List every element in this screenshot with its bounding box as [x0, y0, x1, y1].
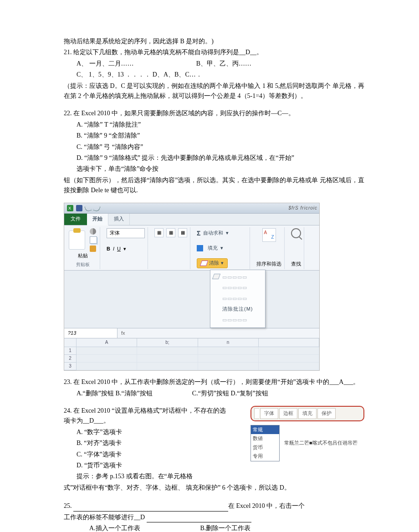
col-header-b[interactable]: b;: [137, 338, 198, 347]
col-header-d[interactable]: [259, 338, 319, 347]
cell[interactable]: [137, 347, 198, 355]
excel-screenshot: $frS fricroic 文件 开始 插入 粘贴 剪贴板 宋体 B: [64, 203, 320, 371]
row-header-2[interactable]: 2: [64, 355, 77, 363]
find-label: 查找: [291, 260, 301, 268]
q22-stem: 22. 在 Excel 2010 中，如果只需要删除所选区域的内容，则应执行的操…: [64, 108, 364, 118]
category-listbox[interactable]: 常规 数値 货币 专用: [250, 425, 280, 461]
cell[interactable]: [77, 347, 137, 355]
save-icon[interactable]: [76, 205, 82, 211]
q24-hint1: 提示：参考 p.153 或看右图。在“单元格格: [64, 471, 228, 481]
dialog-tab-protect[interactable]: 保护: [317, 408, 336, 419]
q24-hint2: 式”对话框中有“数字、对齐、字体、边框、 填充和保护” 6 个选项卡，所以选 D…: [64, 483, 364, 493]
eraser-icon: [200, 261, 208, 266]
q21-stem: 21. 给定以下几组数，拖动单元格的填充柄不能自动得到序列是__D__。: [64, 47, 364, 57]
q24-opt-a: A. “数字”选项卡: [64, 427, 228, 437]
menu-item-clear-hyperlinks[interactable]: ▭▭▭▭▭: [210, 315, 265, 326]
autosum-label: 自动求和: [203, 229, 223, 237]
cell[interactable]: [137, 363, 198, 370]
q24-opt-b: B. “对齐”选项卡: [64, 438, 228, 448]
formula-bar[interactable]: fx: [118, 328, 129, 338]
format-painter-icon[interactable]: [90, 246, 96, 252]
blank-line: [73, 505, 228, 512]
font-name-select[interactable]: 宋体: [107, 228, 145, 238]
col-header-c[interactable]: n: [198, 338, 259, 347]
list-item[interactable]: 货币: [251, 443, 279, 452]
list-item[interactable]: 专用: [251, 452, 279, 461]
row-header-3[interactable]: 3: [64, 363, 77, 370]
q23-stem: 23. 在 Excel 2010 中，从工作表中删除所选定的一列（或一行），则需…: [64, 377, 364, 387]
sigma-icon[interactable]: Σ: [197, 228, 200, 238]
q21-opt-c: C、 1、5、9、13 ．．．． D、A、B、C…．: [64, 70, 364, 80]
menu-item-clear-contents[interactable]: ▭▭▭▭▭: [210, 293, 265, 304]
cell[interactable]: [137, 355, 198, 363]
sort-icon[interactable]: [262, 228, 276, 242]
q24-opt-d: D. “货币”选项卡: [64, 460, 228, 471]
redo-icon[interactable]: [93, 205, 101, 212]
q24-opt-c: C. “字体”选项卡: [64, 450, 228, 460]
q22-tail: 钮（如下图所示），然后选择“清除内容”选项，所以选。其实，在选中要删除的单元格或…: [64, 175, 364, 196]
q25-line1-tail: 在 Excel 2010 中，右击一个: [228, 502, 305, 509]
tab-stub: [254, 408, 259, 419]
q21-opt-b: B、甲、乙、丙……: [196, 60, 251, 67]
paste-button[interactable]: [69, 230, 85, 250]
group-clipboard-label: 剪贴板: [69, 260, 97, 268]
copy-icon[interactable]: [90, 236, 97, 244]
list-item-selected[interactable]: 常规: [251, 425, 279, 435]
italic-button[interactable]: I: [113, 245, 114, 253]
cell[interactable]: [198, 363, 259, 370]
menu-item-clear-comments[interactable]: 清除批注(M): [210, 304, 265, 315]
delete-cells-icon[interactable]: ▦: [166, 228, 175, 237]
dialog-tab-font[interactable]: 字体: [260, 408, 278, 419]
select-all-corner[interactable]: [64, 338, 77, 347]
name-box[interactable]: ?13: [64, 328, 118, 338]
title-bar-text: $frS fricroic: [288, 205, 317, 212]
q25-opt-b: B.删除一个工作表: [200, 525, 251, 532]
tab-insert[interactable]: 插入: [108, 214, 130, 225]
list-item[interactable]: 数値: [251, 434, 279, 443]
q24-stem: 24. 在 Excel 2010 “设置单元格格式”对话框中，不存在的选项卡为_…: [64, 406, 228, 426]
more-font-icon[interactable]: ▾: [123, 245, 126, 253]
excel-app-icon: [67, 205, 73, 211]
cell[interactable]: [259, 347, 319, 355]
row-header-1[interactable]: 1: [64, 347, 77, 355]
blank-line: [147, 516, 251, 522]
intro-text: 拖动后结果是系统给定的序列，因此选择 B 是对的。): [64, 36, 364, 46]
fill-icon[interactable]: [197, 245, 203, 251]
tab-file[interactable]: 文件: [64, 214, 87, 225]
bold-button[interactable]: B: [107, 245, 110, 253]
fill-label: 填充: [208, 244, 218, 252]
q22-opt-d2: 选项卡下，单击“清除”命令按: [77, 165, 158, 172]
q25-opt-a: A.插入一个工作表: [89, 523, 199, 532]
cell[interactable]: [198, 347, 259, 355]
dialog-tab-border[interactable]: 边框: [279, 408, 297, 419]
cell[interactable]: [259, 363, 319, 370]
tab-home[interactable]: 开始: [87, 214, 108, 225]
q22-opt-b: B. “清除” 9 “全部清除”: [77, 132, 140, 139]
cell[interactable]: [77, 363, 137, 370]
menu-item-clear-all[interactable]: ▭▭▭▭▭: [210, 272, 265, 283]
q23-opt-cd: C.“剪切”按钮 D.“复制”按钮: [192, 390, 268, 397]
q25-line2: 工作表的标签不能够进行__D: [64, 514, 145, 521]
underline-button[interactable]: U: [117, 245, 121, 253]
undo-icon[interactable]: [84, 205, 92, 212]
figure-caption: 常瓶兰二芒■喀式不包吕任诩吊芒: [284, 440, 358, 446]
col-header-a[interactable]: A: [77, 338, 137, 347]
cell[interactable]: [77, 355, 137, 363]
clear-dropdown-menu: ▭▭▭▭▭ ▭▭▭▭▭ ▭▭▭▭▭ 清除批注(M) ▭▭▭▭▭: [210, 270, 266, 328]
menu-item-clear-formats[interactable]: ▭▭▭▭▭: [210, 282, 265, 293]
dialog-tab-fill[interactable]: 填充: [298, 408, 317, 419]
q23-opt-ab: A.“删除”按钮 B.“清除”按钮: [77, 390, 153, 397]
format-dialog-tabs: 字体 边框 填充 保护: [250, 406, 364, 421]
q21-hint: （提示：应该选 D。C 是可以实现的，例如在连续的两个单元格中输入 1 和 5,…: [64, 81, 364, 102]
sort-label: 排序和筛选: [256, 260, 281, 268]
find-icon[interactable]: [291, 228, 301, 238]
insert-cells-icon[interactable]: ▦: [154, 228, 164, 237]
cut-icon[interactable]: [90, 228, 96, 235]
format-cells-icon[interactable]: ▦: [178, 228, 187, 237]
paste-label: 粘贴: [78, 252, 88, 260]
q22-opt-a: A. “清除” T “清除批注”: [77, 121, 141, 128]
clear-button[interactable]: 清除▾: [197, 258, 228, 268]
cell[interactable]: [198, 355, 259, 363]
q22-opt-c: C. “清除” 弓 “清除内容”: [77, 143, 143, 150]
cell[interactable]: [259, 355, 319, 363]
